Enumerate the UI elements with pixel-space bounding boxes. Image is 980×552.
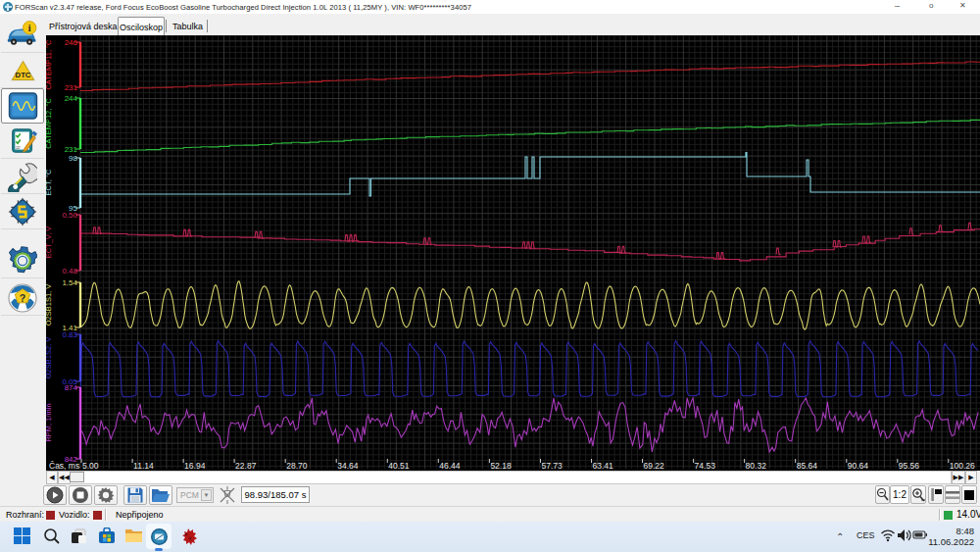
svg-text:11.14: 11.14 bbox=[133, 461, 154, 471]
svg-text:0.48: 0.48 bbox=[62, 267, 77, 276]
svg-text:34.64: 34.64 bbox=[337, 461, 359, 471]
svg-text:ECT, °C: ECT, °C bbox=[46, 169, 53, 195]
svg-text:0.50: 0.50 bbox=[62, 211, 77, 220]
svg-text:ECT_V, V: ECT_V, V bbox=[46, 226, 53, 259]
svg-text:RPM, 1/min: RPM, 1/min bbox=[46, 403, 53, 441]
svg-text:246: 246 bbox=[65, 38, 78, 47]
svg-text:90.64: 90.64 bbox=[848, 461, 869, 471]
svg-text:5.00: 5.00 bbox=[82, 461, 99, 471]
svg-text:CATEMP12, °C: CATEMP12, °C bbox=[46, 98, 53, 149]
svg-text:69.22: 69.22 bbox=[644, 461, 665, 471]
svg-text:100.26: 100.26 bbox=[950, 461, 975, 471]
svg-text:244: 244 bbox=[65, 94, 78, 103]
svg-text:98: 98 bbox=[69, 154, 77, 163]
svg-text:0.83: 0.83 bbox=[62, 330, 77, 339]
svg-text:57.73: 57.73 bbox=[542, 461, 564, 471]
svg-text:95.56: 95.56 bbox=[899, 461, 920, 471]
svg-text:63.41: 63.41 bbox=[593, 461, 614, 471]
svg-text:O2SB1S1, V: O2SB1S1, V bbox=[46, 284, 53, 326]
svg-text:DTC: DTC bbox=[15, 70, 30, 78]
svg-text:80.32: 80.32 bbox=[746, 461, 767, 471]
svg-text:52.18: 52.18 bbox=[490, 461, 512, 471]
svg-text:i: i bbox=[28, 23, 31, 33]
svg-text:O2SB1S2, V: O2SB1S2, V bbox=[46, 337, 53, 379]
svg-text:231: 231 bbox=[65, 83, 78, 92]
svg-text:40.51: 40.51 bbox=[388, 461, 410, 471]
svg-text:85.64: 85.64 bbox=[797, 461, 818, 471]
svg-text:1.54: 1.54 bbox=[62, 278, 77, 287]
svg-text:874: 874 bbox=[65, 383, 78, 392]
svg-text:?: ? bbox=[20, 292, 26, 304]
svg-text:16.94: 16.94 bbox=[184, 461, 206, 471]
svg-text:231: 231 bbox=[65, 145, 78, 154]
svg-text:74.53: 74.53 bbox=[695, 461, 716, 471]
svg-text:Čas, ms: Čas, ms bbox=[49, 461, 79, 471]
svg-text:28.70: 28.70 bbox=[286, 461, 308, 471]
svg-text:46.44: 46.44 bbox=[439, 461, 461, 471]
svg-text:22.87: 22.87 bbox=[235, 461, 257, 471]
svg-text:CATEMP11, °C: CATEMP11, °C bbox=[46, 39, 53, 90]
